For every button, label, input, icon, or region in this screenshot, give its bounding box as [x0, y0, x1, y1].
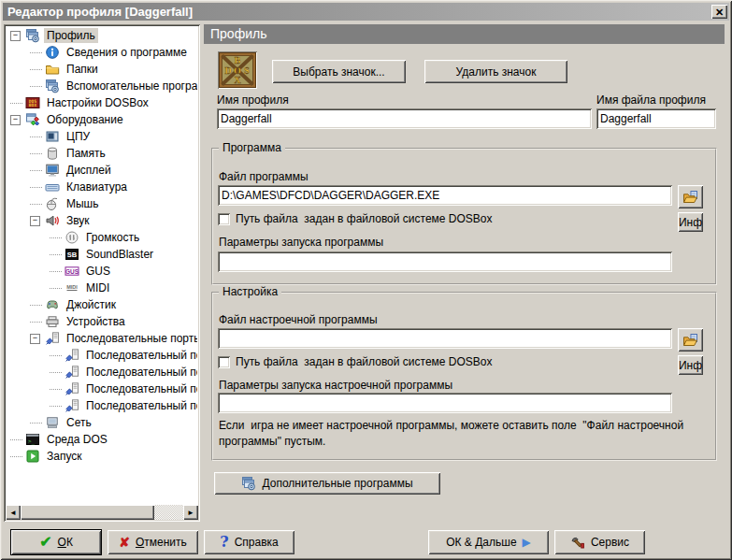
scroll-right-button[interactable]: ►: [183, 505, 198, 520]
help-button-label: Справка: [235, 536, 279, 549]
svg-text:D: D: [224, 65, 231, 76]
svg-text:>_: >_: [28, 438, 36, 445]
tree-item-label: Последовательный по: [83, 365, 197, 380]
setup-note-line2: программы" пустым.: [219, 434, 325, 449]
ok-next-button[interactable]: ОК & Дальше ▶: [428, 530, 549, 554]
tree-item-gus[interactable]: GUSGUS: [7, 263, 197, 280]
setup-note-line1: Если игра не имеет настроечной программы…: [219, 418, 683, 433]
tree-item-soundblaster[interactable]: SBSoundBlaster: [7, 246, 197, 263]
cancel-button[interactable]: ✘ Отменить: [108, 530, 198, 554]
setup-dosbox-path-checkbox[interactable]: [218, 356, 230, 368]
additional-programs-button[interactable]: Дополнительные программы: [214, 472, 440, 495]
tree-connector: [28, 414, 45, 431]
additional-programs-icon: [241, 476, 256, 491]
program-params-input[interactable]: [218, 251, 672, 272]
tree-item-label: Сведения о программе: [64, 45, 190, 60]
close-button[interactable]: ✕: [711, 5, 727, 19]
ok-button[interactable]: ✔ ОК: [11, 530, 101, 554]
sound-icon: [45, 213, 61, 228]
svg-text:BOX: BOX: [29, 103, 37, 108]
cross-icon: ✘: [119, 536, 130, 550]
profile-filename-input[interactable]: [596, 108, 716, 129]
tree-item-devices[interactable]: Устройства: [7, 313, 197, 330]
tree-item-mouse[interactable]: Мышь: [7, 195, 197, 212]
profile-name-input[interactable]: [217, 108, 592, 129]
tree-item-label: Запуск: [44, 449, 85, 464]
service-button-label: Сервис: [591, 536, 629, 549]
joystick-icon: [45, 297, 61, 312]
tree-item-hardware[interactable]: −Оборудование: [7, 111, 197, 128]
program-dosbox-path-checkbox[interactable]: [218, 213, 230, 225]
ok-next-button-label: ОК & Дальше: [446, 536, 516, 549]
choose-icon-button[interactable]: Выбрать значок...: [272, 60, 406, 83]
tree-item-network[interactable]: Сеть: [7, 414, 197, 431]
tree-item-profile[interactable]: −Профиль: [7, 27, 197, 44]
profile-tree: −ПрофильСведения о программеПапкиВспомог…: [7, 27, 197, 504]
setup-info-button[interactable]: Инф: [678, 355, 703, 375]
setup-params-label: Параметры запуска настроечной программы: [219, 379, 452, 392]
network-icon: [45, 415, 61, 430]
titlebar[interactable]: Редактор профиля [Daggerfall] ✕: [3, 3, 729, 21]
scroll-left-button[interactable]: ◄: [6, 505, 21, 520]
tree-item-label: Клавиатура: [64, 179, 130, 194]
open-folder-icon: [682, 190, 699, 205]
open-folder-icon: [682, 333, 699, 348]
tree-connector: [8, 94, 25, 111]
tree-item-serial-port-3[interactable]: Последовательный по: [7, 381, 197, 397]
tree-item-label: Мышь: [64, 196, 102, 211]
tree-item-serial-port-1[interactable]: Последовательный по: [7, 347, 197, 364]
help-button[interactable]: ? Справка: [204, 530, 294, 554]
tree-item-sound[interactable]: −Звук: [7, 212, 197, 229]
tree-item-dos-environment[interactable]: >_Среда DOS: [7, 431, 197, 448]
tree-item-serial-port-2[interactable]: Последовательный по: [7, 364, 197, 381]
tree-item-serial-ports[interactable]: −Последовательные порты: [7, 330, 197, 347]
tree-connector: [48, 347, 65, 364]
ok-button-label: ОК: [58, 536, 73, 549]
serial-icon: [65, 381, 80, 396]
tree-connector: [28, 162, 45, 179]
tree-expander-icon[interactable]: −: [30, 216, 40, 226]
remove-icon-button-label: Удалить значок: [456, 65, 537, 79]
profile-name-label: Имя профиля: [217, 93, 289, 107]
service-button[interactable]: Сервис: [554, 530, 645, 554]
scrollbar-thumb[interactable]: [21, 505, 154, 520]
remove-icon-button[interactable]: Удалить значок: [424, 60, 567, 83]
serial-icon: [65, 365, 80, 380]
program-file-input[interactable]: [218, 185, 672, 206]
tree-item-startup[interactable]: Запуск: [7, 448, 197, 465]
tree-item-program-info[interactable]: Сведения о программе: [7, 44, 197, 61]
tree-connector: [48, 246, 65, 263]
program-info-button[interactable]: Инф: [678, 212, 703, 232]
tree-item-label: Дисплей: [64, 163, 114, 178]
tree-item-joystick[interactable]: Джойстик: [7, 296, 197, 313]
tree-item-helper-programs[interactable]: Вспомогательные програ: [7, 78, 197, 94]
profile-tree-panel: −ПрофильСведения о программеПапкиВспомог…: [4, 24, 200, 522]
page-title: Профиль: [204, 24, 725, 44]
tree-connector: [28, 44, 45, 61]
info-icon: [45, 45, 61, 60]
setup-file-input[interactable]: [218, 328, 672, 349]
tree-item-memory[interactable]: Память: [7, 145, 197, 162]
tree-item-volume[interactable]: Громкость: [7, 229, 197, 246]
dos-icon: >_: [25, 432, 41, 447]
tree-horizontal-scrollbar[interactable]: ◄ ►: [6, 505, 198, 520]
tree-expander-icon[interactable]: −: [10, 31, 21, 41]
tree-item-midi[interactable]: MIDIMIDI: [7, 280, 197, 296]
browse-setup-file-button[interactable]: [678, 328, 703, 352]
tree-item-folders[interactable]: Папки: [7, 61, 197, 78]
tree-expander-icon[interactable]: −: [30, 334, 40, 344]
tree-item-display[interactable]: Дисплей: [7, 162, 197, 179]
dosbox-icon: DOSBOX: [25, 95, 41, 110]
setup-params-input[interactable]: [218, 393, 672, 413]
choose-icon-button-label: Выбрать значок...: [293, 65, 384, 79]
tree-item-keyboard[interactable]: Клавиатура: [7, 179, 197, 195]
browse-program-file-button[interactable]: [678, 185, 703, 208]
tree-connector: [28, 61, 45, 78]
svg-text:B: B: [235, 55, 241, 65]
tree-expander-icon[interactable]: −: [10, 115, 21, 125]
tree-item-serial-port-4[interactable]: Последовательный по: [7, 397, 197, 414]
tree-connector: [48, 229, 65, 246]
tree-item-dosbox-settings[interactable]: DOSBOXНастройки DOSBox: [7, 94, 197, 111]
tree-item-cpu[interactable]: ЦПУ: [7, 128, 197, 145]
sb-icon: SB: [65, 247, 80, 262]
